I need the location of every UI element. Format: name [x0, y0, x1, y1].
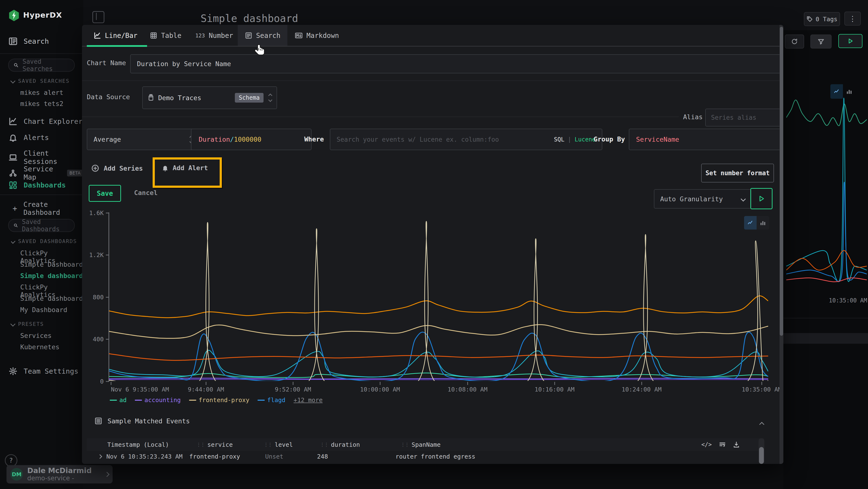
- dashboard-item[interactable]: Simple dashboard: [20, 295, 83, 302]
- legend-item[interactable]: flagd: [257, 397, 285, 404]
- laptop-icon: [9, 153, 18, 162]
- help-label: ?: [9, 457, 13, 464]
- column-header[interactable]: SpanName: [411, 441, 440, 448]
- legend-swatch: [110, 400, 117, 401]
- legend-item[interactable]: accounting: [135, 397, 181, 404]
- lucene-toggle[interactable]: Lucene: [575, 136, 595, 143]
- modal-scrollbar[interactable]: [779, 25, 783, 464]
- sidebar-item-dashboards[interactable]: Dashboards: [9, 181, 66, 190]
- presets-section[interactable]: PRESETS: [11, 321, 44, 327]
- tab-search[interactable]: Search: [245, 25, 280, 46]
- sql-toggle[interactable]: SQL: [554, 136, 564, 143]
- add-series-button[interactable]: Add Series: [91, 164, 143, 172]
- legend-swatch: [135, 400, 142, 401]
- column-header[interactable]: Timestamp (Local): [107, 441, 169, 448]
- sidebar-item-search[interactable]: Search: [9, 37, 49, 46]
- column-header[interactable]: duration: [331, 441, 360, 448]
- set-number-format-label: Set number format: [706, 169, 770, 177]
- series-alias-input[interactable]: Series alias: [705, 109, 783, 126]
- filter-button[interactable]: [810, 34, 832, 49]
- chart-editor-modal: Line/Bar Table 123 Number Search: [82, 25, 783, 464]
- tab-line-bar[interactable]: Line/Bar: [94, 25, 137, 46]
- collapse-panel-icon[interactable]: [759, 422, 764, 427]
- kebab-icon: ⋮: [849, 15, 856, 23]
- run-chart-button[interactable]: [750, 188, 773, 209]
- code-view-icon[interactable]: </>: [702, 441, 712, 448]
- table-scrollbar-thumb[interactable]: [759, 447, 764, 464]
- tab-number[interactable]: 123 Number: [195, 25, 233, 46]
- brand-name[interactable]: HyperDX: [23, 10, 62, 19]
- sidebar-collapse-icon[interactable]: [92, 11, 104, 23]
- data-source-select[interactable]: Demo Traces Schema: [142, 86, 277, 109]
- chart-name-input[interactable]: Duration by Service Name: [130, 54, 783, 74]
- tab-markdown[interactable]: Markdown: [295, 25, 339, 46]
- saved-searches-section[interactable]: SAVED SEARCHES: [11, 78, 69, 84]
- granularity-select[interactable]: Auto Granularity: [654, 189, 751, 208]
- where-search-input[interactable]: Search your events w/ Lucene ex. column:…: [330, 128, 602, 150]
- table-row[interactable]: Nov 6 10:35:23.243 AM frontend-proxy Uns…: [87, 451, 764, 462]
- set-number-format-button[interactable]: Set number format: [701, 164, 774, 182]
- dashboard-item-active[interactable]: Simple dashboard: [20, 272, 83, 280]
- dashboard-item[interactable]: My Dashboard: [20, 306, 67, 314]
- saved-searches-input[interactable]: Saved Searches: [8, 59, 75, 72]
- sidebar-item-service-map[interactable]: Service Map BETA: [9, 165, 83, 181]
- save-button[interactable]: Save: [89, 185, 121, 202]
- legend-item[interactable]: frontend-proxy: [189, 397, 250, 404]
- drag-handle-icon[interactable]: ⋮⋮: [401, 442, 409, 448]
- tags-button[interactable]: 0 Tags: [804, 12, 840, 26]
- preset-item[interactable]: Services: [20, 332, 52, 339]
- events-panel-header[interactable]: Sample Matched Events: [94, 417, 190, 425]
- legend-more-link[interactable]: +12 more: [294, 397, 322, 404]
- drag-handle-icon[interactable]: ⋮⋮: [320, 442, 328, 448]
- drag-handle-icon[interactable]: ⋮⋮: [196, 442, 205, 448]
- modal-scrollbar-thumb[interactable]: [780, 27, 783, 336]
- x-tick-label: 10:16:00 AM: [534, 386, 575, 393]
- create-dashboard-button[interactable]: + Create Dashboard: [12, 201, 83, 217]
- expand-row-icon[interactable]: [98, 454, 102, 459]
- field-expression-input[interactable]: Duration/1000000: [191, 128, 311, 150]
- sidebar-item-alerts[interactable]: Alerts: [9, 133, 49, 142]
- sidebar-item-client-sessions[interactable]: Client Sessions: [9, 149, 83, 166]
- user-org: demo-service -: [27, 474, 101, 482]
- x-tick-label: 10:00:00 AM: [360, 386, 400, 393]
- cell-span-name: router frontend egress: [396, 453, 475, 460]
- bell-icon: [161, 164, 169, 172]
- duration-line-chart[interactable]: [109, 212, 768, 381]
- drag-handle-icon[interactable]: ⋮⋮: [264, 442, 272, 448]
- preset-item[interactable]: Kubernetes: [20, 343, 60, 351]
- sidebar-item-team-settings[interactable]: Team Settings: [9, 367, 79, 376]
- aggregation-fn-select[interactable]: Average: [87, 128, 199, 150]
- divider: [0, 195, 83, 195]
- kebab-menu-button[interactable]: ⋮: [844, 11, 861, 26]
- chevron-right-icon: [104, 471, 110, 477]
- legend-item[interactable]: ad: [110, 397, 127, 404]
- save-label: Save: [97, 190, 113, 197]
- user-card[interactable]: DM Dale McDiarmid demo-service -: [6, 465, 113, 484]
- saved-search-item[interactable]: mikes tets2: [20, 100, 63, 107]
- x-tick: [111, 382, 112, 385]
- table-scrollbar[interactable]: [758, 438, 764, 464]
- background-mini-chart[interactable]: [786, 94, 867, 290]
- saved-dashboards-section[interactable]: SAVED DASHBOARDS: [11, 238, 81, 244]
- tab-table[interactable]: Table: [150, 25, 181, 46]
- number-123-icon: 123: [195, 33, 205, 39]
- sidebar-item-chart-explorer[interactable]: Chart Explorer: [9, 117, 83, 126]
- cancel-button[interactable]: Cancel: [134, 189, 158, 197]
- wrap-lines-icon[interactable]: [719, 441, 726, 448]
- column-header[interactable]: service: [207, 441, 233, 448]
- add-alert-button[interactable]: Add Alert: [161, 164, 208, 172]
- run-query-button[interactable]: [838, 34, 863, 48]
- column-header[interactable]: level: [275, 441, 293, 448]
- data-source-label: Data Source: [87, 93, 130, 100]
- refresh-button[interactable]: [785, 34, 804, 49]
- saved-search-item[interactable]: mikes alert: [20, 89, 63, 96]
- dashboard-item[interactable]: Simple Dashboard: [20, 261, 83, 268]
- active-tab-underline: [87, 45, 147, 47]
- saved-dashboards-input[interactable]: Saved Dashboards: [8, 219, 75, 232]
- group-by-input[interactable]: ServiceName: [629, 128, 783, 150]
- group-by-label: Group By: [594, 136, 625, 143]
- sidebar-item-label: Service Map: [24, 165, 61, 181]
- section-label-text: SAVED SEARCHES: [18, 78, 69, 84]
- download-icon[interactable]: [733, 441, 740, 448]
- table-row[interactable]: Nov 6 10:35:23.243 AM frontend-proxy Uns…: [87, 462, 764, 464]
